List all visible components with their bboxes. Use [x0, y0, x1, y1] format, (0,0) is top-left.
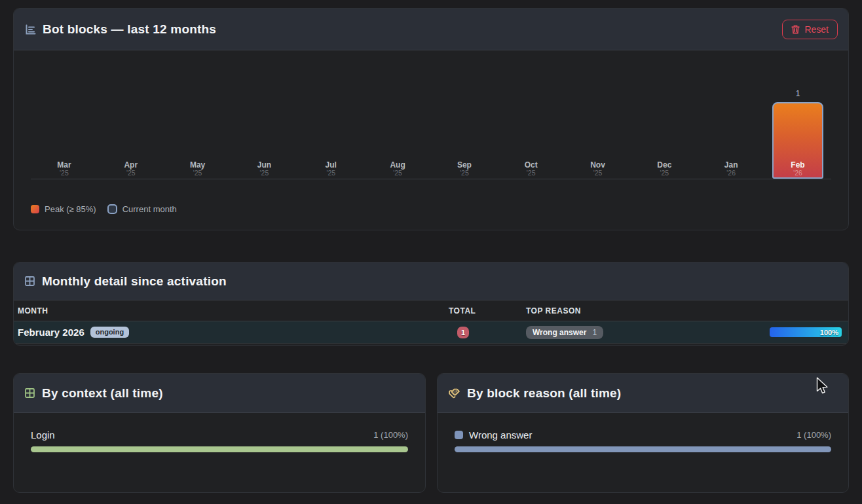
reset-button-label: Reset	[804, 24, 829, 35]
month-name: Jan	[698, 160, 764, 170]
chart-month-slot[interactable]: Nov'25	[565, 50, 631, 179]
month-year: '25	[31, 170, 98, 177]
bot-blocks-header: Bot blocks — last 12 months Reset	[14, 9, 848, 50]
chart-month-slot[interactable]: Mar'25	[31, 50, 98, 179]
month-year: '25	[631, 170, 698, 177]
legend-label: Current month	[122, 204, 177, 214]
month-name: Aug	[364, 160, 431, 170]
bot-blocks-panel: Bot blocks — last 12 months Reset Mar'25…	[13, 8, 849, 230]
reason-value: 1 (100%)	[796, 430, 831, 440]
month-tick-label: Aug'25	[364, 160, 431, 177]
chart-month-slot[interactable]: Sep'25	[431, 50, 498, 179]
month-tick-label: Dec'25	[631, 160, 698, 177]
chart-month-slot[interactable]: Jul'25	[297, 50, 364, 179]
ongoing-badge: ongoing	[90, 327, 129, 338]
chart-month-slot[interactable]: May'25	[164, 50, 231, 179]
month-year: '25	[98, 170, 164, 177]
table-grid-icon	[24, 276, 35, 287]
month-year: '25	[565, 170, 631, 177]
top-reason-label: Wrong answer	[533, 329, 586, 336]
month-year: '26	[698, 170, 764, 177]
reason-color-swatch	[455, 431, 463, 439]
top-reason-count: 1	[592, 329, 597, 336]
by-block-reason-title: By block reason (all time)	[467, 386, 621, 401]
month-tick-label: Mar'25	[31, 160, 98, 177]
chart-month-slot[interactable]: Jan'26	[698, 50, 764, 179]
chart-month-slot[interactable]: Jun'25	[231, 50, 297, 179]
by-context-title: By context (all time)	[42, 386, 163, 401]
month-tick-label: Nov'25	[565, 160, 631, 177]
bar-value-label: 1	[764, 89, 831, 98]
month-name: Nov	[565, 160, 631, 170]
month-name: Jul	[297, 160, 364, 170]
month-year: '25	[164, 170, 231, 177]
month-tick-label: Sep'25	[431, 160, 498, 177]
month-tick-label: Feb'26	[764, 160, 831, 177]
monthly-detail-panel: Monthly detail since activation MONTH TO…	[13, 262, 849, 346]
chart-month-slot[interactable]: Aug'25	[364, 50, 431, 179]
legend-item: Current month	[107, 204, 177, 214]
context-label: Login	[31, 429, 55, 441]
context-row: Login 1 (100%)	[31, 429, 408, 441]
month-year: '25	[231, 170, 297, 177]
legend-item: Peak (≥ 85%)	[31, 204, 96, 214]
chart-month-slot[interactable]: Apr'25	[98, 50, 164, 179]
month-name: Oct	[498, 160, 565, 170]
bot-blocks-title: Bot blocks — last 12 months	[43, 22, 216, 37]
chart-legend: Peak (≥ 85%)Current month	[14, 204, 848, 214]
context-progress-bar	[31, 446, 408, 452]
month-year: '26	[764, 170, 831, 177]
monthly-detail-title: Monthly detail since activation	[42, 274, 227, 289]
col-top-reason: TOP REASON	[526, 306, 763, 315]
context-value: 1 (100%)	[373, 430, 408, 440]
chart-month-slot[interactable]: 1Feb'26	[764, 50, 831, 179]
reason-label: Wrong answer	[469, 429, 532, 441]
legend-swatch-peak	[31, 205, 39, 213]
col-month: MONTH	[18, 306, 449, 315]
table-grid-icon	[24, 387, 35, 399]
month-tick-label: Jan'26	[698, 160, 764, 177]
month-name: Jun	[231, 160, 297, 170]
month-name: Feb	[764, 160, 831, 170]
top-reason-pill: Wrong answer 1	[526, 326, 603, 339]
bar-chart-icon	[24, 24, 36, 35]
month-name: Apr	[98, 160, 164, 170]
col-total: TOTAL	[449, 306, 526, 315]
reason-row: Wrong answer 1 (100%)	[455, 429, 831, 441]
month-name: Mar	[31, 160, 98, 170]
month-name: May	[164, 160, 231, 170]
month-tick-label: Apr'25	[98, 160, 164, 177]
month-tick-label: Jun'25	[231, 160, 297, 177]
table-row[interactable]: February 2026 ongoing 1 Wrong answer 1 1…	[14, 321, 848, 344]
by-context-header: By context (all time)	[14, 374, 425, 413]
by-block-reason-header: By block reason (all time)	[438, 374, 848, 413]
month-tick-label: Oct'25	[498, 160, 565, 177]
legend-swatch-current	[107, 204, 117, 214]
reason-progress-bar	[455, 446, 831, 452]
tags-icon	[448, 387, 460, 399]
table-column-headers: MONTH TOTAL TOP REASON	[14, 300, 848, 321]
row-month-label: February 2026	[18, 327, 84, 338]
month-tick-label: May'25	[164, 160, 231, 177]
month-name: Sep	[431, 160, 498, 170]
month-name: Dec	[631, 160, 698, 170]
by-context-panel: By context (all time) Login 1 (100%)	[13, 373, 426, 493]
chart-month-slot[interactable]: Oct'25	[498, 50, 565, 179]
month-year: '25	[364, 170, 431, 177]
total-badge: 1	[457, 327, 469, 338]
by-context-body: Login 1 (100%)	[14, 413, 425, 452]
trash-icon	[791, 25, 800, 34]
legend-label: Peak (≥ 85%)	[45, 204, 96, 214]
by-block-reason-body: Wrong answer 1 (100%)	[438, 413, 848, 452]
month-tick-label: Jul'25	[297, 160, 364, 177]
month-year: '25	[297, 170, 364, 177]
chart-plot: Mar'25Apr'25May'25Jun'25Jul'25Aug'25Sep'…	[31, 50, 831, 179]
monthly-detail-header: Monthly detail since activation	[14, 262, 848, 300]
bot-blocks-chart: Mar'25Apr'25May'25Jun'25Jul'25Aug'25Sep'…	[14, 50, 848, 179]
month-year: '25	[498, 170, 565, 177]
chart-month-slot[interactable]: Dec'25	[631, 50, 698, 179]
month-year: '25	[431, 170, 498, 177]
by-block-reason-panel: By block reason (all time) Wrong answer …	[437, 373, 849, 493]
reset-button[interactable]: Reset	[782, 20, 838, 39]
share-progress-bar: 100%	[770, 327, 842, 337]
